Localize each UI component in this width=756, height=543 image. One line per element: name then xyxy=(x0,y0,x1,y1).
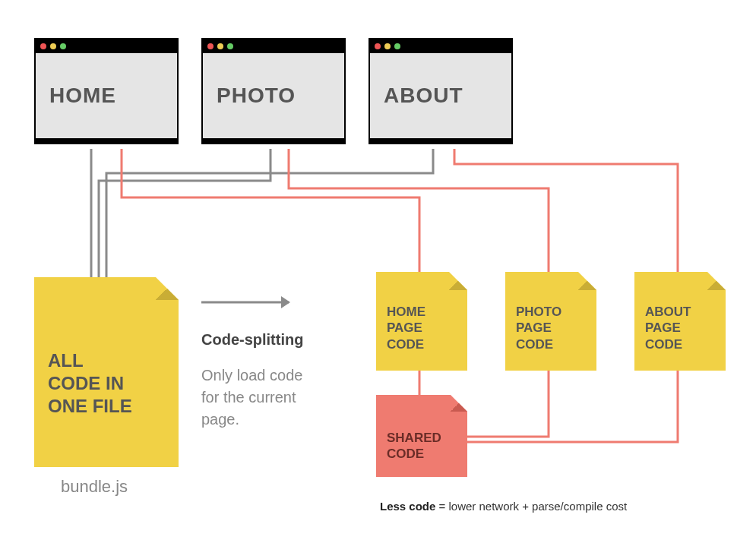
minimize-dot-icon xyxy=(384,43,391,49)
footnote: Less code = lower network + parse/compil… xyxy=(380,500,627,513)
footnote-bold: Less code xyxy=(380,500,435,513)
chunk-about-label: ABOUT PAGE CODE xyxy=(645,304,691,352)
maximize-dot-icon xyxy=(394,43,400,49)
chunk-about-file: ABOUT PAGE CODE xyxy=(634,272,726,371)
browser-about-label: ABOUT xyxy=(384,84,463,108)
page-fold-icon xyxy=(578,272,596,290)
chunk-home-label: HOME PAGE CODE xyxy=(387,304,425,352)
bundle-caption: bundle.js xyxy=(61,477,128,497)
page-fold-icon xyxy=(707,272,726,290)
footnote-rest: = lower network + parse/compile cost xyxy=(435,500,627,513)
titlebar xyxy=(36,39,177,53)
maximize-dot-icon xyxy=(60,43,66,49)
titlebar xyxy=(203,39,344,53)
page-fold-icon xyxy=(451,395,467,412)
chunk-shared-label: SHARED CODE xyxy=(387,430,441,462)
page-fold-icon xyxy=(449,272,467,290)
browser-home: HOME xyxy=(34,38,179,144)
titlebar xyxy=(370,39,511,53)
chunk-photo-label: PHOTO PAGE CODE xyxy=(516,304,561,352)
close-dot-icon xyxy=(375,43,381,49)
browser-photo: PHOTO xyxy=(201,38,346,144)
close-dot-icon xyxy=(40,43,46,49)
browser-home-label: HOME xyxy=(49,84,116,108)
chunk-photo-file: PHOTO PAGE CODE xyxy=(505,272,596,371)
minimize-dot-icon xyxy=(50,43,56,49)
bundle-file-label: ALL CODE IN ONE FILE xyxy=(48,349,132,418)
maximize-dot-icon xyxy=(227,43,233,49)
chunk-shared-file: SHARED CODE xyxy=(376,395,467,477)
chunk-home-file: HOME PAGE CODE xyxy=(376,272,467,371)
page-fold-icon xyxy=(156,277,179,300)
code-splitting-title: Code-splitting xyxy=(201,331,303,349)
close-dot-icon xyxy=(207,43,214,49)
browser-about: ABOUT xyxy=(369,38,513,144)
minimize-dot-icon xyxy=(217,43,223,49)
code-splitting-subtitle: Only load code for the current page. xyxy=(201,365,302,431)
browser-photo-label: PHOTO xyxy=(217,84,296,108)
bundle-file: ALL CODE IN ONE FILE xyxy=(34,277,179,467)
